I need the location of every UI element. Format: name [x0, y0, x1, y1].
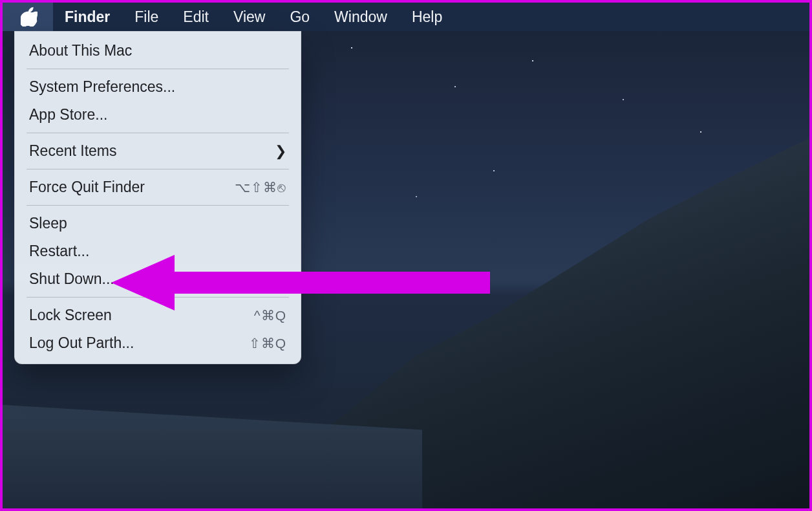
- shortcut-label: ⇧⌘Q: [249, 336, 286, 351]
- apple-logo-icon: [21, 7, 37, 27]
- apple-menu-button[interactable]: [3, 3, 53, 31]
- menu-separator: [27, 205, 289, 206]
- menubar: Finder File Edit View Go Window Help: [3, 3, 809, 31]
- menu-restart[interactable]: Restart...: [15, 237, 301, 265]
- menu-separator: [27, 133, 289, 133]
- menu-shut-down[interactable]: Shut Down...: [15, 265, 301, 293]
- menu-item-label: About This Mac: [29, 42, 132, 60]
- menu-log-out[interactable]: Log Out Parth... ⇧⌘Q: [15, 329, 301, 357]
- menu-item-label: Recent Items: [29, 142, 117, 160]
- menu-recent-items[interactable]: Recent Items ❯: [15, 137, 301, 165]
- menu-about-this-mac[interactable]: About This Mac: [15, 37, 301, 65]
- menu-item-label: System Preferences...: [29, 78, 175, 96]
- menu-item-label: Lock Screen: [29, 307, 112, 324]
- menu-item-label: Shut Down...: [29, 270, 114, 288]
- chevron-right-icon: ❯: [275, 143, 286, 160]
- menu-separator: [27, 69, 289, 69]
- menu-system-preferences[interactable]: System Preferences...: [15, 73, 301, 101]
- menubar-item-go[interactable]: Go: [278, 3, 321, 31]
- apple-menu: About This Mac System Preferences... App…: [14, 31, 301, 364]
- menubar-item-edit[interactable]: Edit: [171, 3, 220, 31]
- menu-app-store[interactable]: App Store...: [15, 101, 301, 129]
- menu-item-label: App Store...: [29, 106, 107, 124]
- menu-item-label: Sleep: [29, 215, 67, 232]
- menubar-item-file[interactable]: File: [123, 3, 170, 31]
- menu-separator: [27, 297, 289, 298]
- shortcut-label: ⌥⇧⌘⎋: [235, 180, 286, 195]
- menubar-item-help[interactable]: Help: [400, 3, 454, 31]
- menu-item-label: Log Out Parth...: [29, 334, 134, 352]
- menu-lock-screen[interactable]: Lock Screen ^⌘Q: [15, 301, 301, 329]
- menubar-app-name[interactable]: Finder: [53, 3, 122, 31]
- menu-item-label: Restart...: [29, 243, 89, 260]
- menu-item-label: Force Quit Finder: [29, 179, 145, 196]
- menu-sleep[interactable]: Sleep: [15, 210, 301, 237]
- menubar-item-window[interactable]: Window: [323, 3, 399, 31]
- menu-separator: [27, 169, 289, 169]
- menu-force-quit[interactable]: Force Quit Finder ⌥⇧⌘⎋: [15, 173, 301, 201]
- shortcut-label: ^⌘Q: [254, 308, 286, 323]
- menubar-item-view[interactable]: View: [222, 3, 277, 31]
